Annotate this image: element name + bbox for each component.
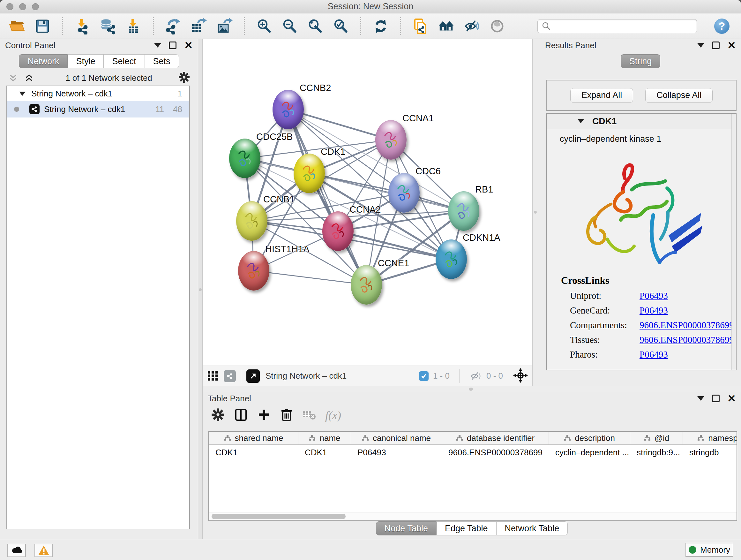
close-panel-icon[interactable]: ✕	[184, 40, 193, 51]
network-share-view-icon[interactable]	[224, 370, 236, 382]
save-session-button[interactable]	[34, 17, 51, 35]
left-splitter[interactable]	[198, 39, 203, 539]
zoom-in-button[interactable]	[256, 17, 273, 35]
help-button[interactable]: ?	[714, 18, 730, 34]
table-cell[interactable]: stringdb	[683, 448, 737, 457]
zoom-fit-button[interactable]	[307, 17, 324, 35]
collapse-all-networks-icon[interactable]	[8, 72, 18, 83]
network-node-CCNA1[interactable]	[375, 120, 407, 160]
import-network-database-button[interactable]	[99, 17, 117, 35]
network-node-CDC6[interactable]	[388, 173, 420, 212]
network-node-CDC25B[interactable]	[229, 138, 260, 178]
column-header-@id[interactable]: @id	[630, 432, 683, 444]
crosslink-link[interactable]: P06493	[639, 305, 668, 316]
network-node-CCNB1[interactable]	[236, 201, 267, 241]
float-panel-icon[interactable]	[712, 42, 720, 49]
birds-eye-view-icon[interactable]	[246, 369, 260, 383]
gene-expand-icon[interactable]	[578, 119, 584, 123]
collection-expand-icon[interactable]	[19, 91, 25, 96]
close-panel-icon[interactable]: ✕	[727, 40, 736, 51]
tab-network[interactable]: Network	[19, 54, 68, 68]
grid-view-icon[interactable]	[207, 370, 219, 382]
show-details-button[interactable]	[488, 17, 506, 35]
export-network-button[interactable]	[165, 17, 182, 35]
tab-node-table[interactable]: Node Table	[376, 521, 436, 536]
crosslink-link[interactable]: P06493	[639, 291, 668, 301]
column-header-database-identifier[interactable]: database identifier	[442, 432, 549, 444]
tab-string[interactable]: String	[621, 54, 661, 68]
close-window-button[interactable]	[6, 3, 13, 10]
crosslink-link[interactable]: 9606.ENSP00000378699	[639, 320, 734, 330]
float-panel-icon[interactable]	[712, 395, 720, 402]
network-node-CCNE1[interactable]	[351, 265, 382, 305]
table-horizontal-scrollbar[interactable]	[209, 512, 737, 520]
column-header-description[interactable]: description	[549, 432, 630, 444]
network-collection-row[interactable]: String Network – cdk1 1	[7, 86, 189, 101]
tab-edge-table[interactable]: Edge Table	[436, 521, 496, 536]
search-input[interactable]	[554, 22, 693, 30]
table-cell[interactable]: cyclin–dependent ...	[549, 448, 630, 457]
column-header-shared-name[interactable]: shared name	[209, 432, 298, 444]
delete-column-icon[interactable]	[280, 408, 293, 423]
network-node-RB1[interactable]	[448, 191, 479, 231]
horizontal-splitter[interactable]	[203, 386, 741, 392]
crosslink-link[interactable]: 9606.ENSP00000378699	[639, 334, 734, 345]
crosslink-link[interactable]: P06493	[639, 349, 668, 360]
open-session-button[interactable]	[8, 17, 25, 35]
gene-header[interactable]: CDK1	[547, 114, 736, 129]
tab-sets[interactable]: Sets	[145, 54, 179, 68]
network-options-gear-icon[interactable]	[178, 71, 190, 84]
search-box[interactable]	[537, 19, 697, 33]
add-column-icon[interactable]	[257, 408, 271, 423]
tab-select[interactable]: Select	[104, 54, 145, 68]
network-edge-CCNE1-CCNB2[interactable]	[288, 110, 366, 285]
memory-button[interactable]: Memory	[685, 543, 733, 557]
network-row[interactable]: String Network – cdk1 11 48	[7, 101, 189, 118]
selected-items-checkbox[interactable]	[419, 371, 428, 381]
column-header-name[interactable]: name	[298, 432, 351, 444]
pan-crosshair-icon[interactable]	[513, 368, 528, 384]
close-panel-icon[interactable]: ✕	[727, 393, 736, 403]
tab-network-table[interactable]: Network Table	[496, 521, 568, 536]
copy-network-button[interactable]	[412, 17, 429, 35]
collapse-panel-icon[interactable]	[697, 396, 704, 401]
column-header-namespace[interactable]: namespace	[683, 432, 737, 444]
results-scrollbar[interactable]	[731, 114, 736, 370]
network-canvas[interactable]: CCNB2CCNA1CDC25BCDK1CDC6RB1CCNB1CCNA2CDK…	[203, 39, 532, 366]
tab-style[interactable]: Style	[68, 54, 104, 68]
network-node-CDK1[interactable]	[293, 153, 325, 193]
column-header-canonical-name[interactable]: canonical name	[351, 432, 442, 444]
update-network-button[interactable]	[372, 17, 389, 35]
table-cell[interactable]: stringdb:9...	[630, 448, 683, 457]
network-node-CCNA2[interactable]	[322, 211, 354, 251]
collapse-panel-icon[interactable]	[697, 43, 704, 48]
table-cell[interactable]: 9606.ENSP00000378699	[442, 448, 549, 457]
warning-status-button[interactable]	[35, 544, 53, 557]
zoom-window-button[interactable]	[32, 3, 39, 10]
float-panel-icon[interactable]	[169, 42, 177, 49]
expand-all-networks-icon[interactable]	[23, 72, 35, 83]
zoom-out-button[interactable]	[281, 17, 298, 35]
cloud-status-button[interactable]	[7, 544, 26, 557]
network-overview-button[interactable]	[437, 17, 455, 35]
network-node-CDKN1A[interactable]	[435, 240, 467, 279]
table-row[interactable]: CDK1CDK1P064939606.ENSP00000378699cyclin…	[209, 445, 737, 460]
network-node-HIST1H1A[interactable]	[238, 251, 269, 291]
export-table-button[interactable]	[190, 17, 207, 35]
table-options-gear-icon[interactable]	[211, 408, 225, 423]
minimize-window-button[interactable]	[19, 3, 26, 10]
network-node-CCNB2[interactable]	[273, 90, 304, 129]
hide-details-button[interactable]	[463, 17, 480, 35]
expand-all-button[interactable]: Expand All	[570, 88, 633, 103]
table-cell[interactable]: CDK1	[298, 448, 351, 457]
collapse-panel-icon[interactable]	[154, 43, 161, 48]
show-columns-icon[interactable]	[234, 408, 248, 423]
right-splitter[interactable]	[532, 39, 540, 386]
collapse-all-button[interactable]: Collapse All	[645, 88, 713, 103]
zoom-selected-button[interactable]	[332, 17, 349, 35]
scrollbar-thumb[interactable]	[212, 514, 346, 519]
table-cell[interactable]: P06493	[351, 448, 442, 457]
table-cell[interactable]: CDK1	[209, 448, 298, 457]
import-network-button[interactable]	[74, 17, 91, 35]
export-image-button[interactable]	[216, 17, 233, 35]
